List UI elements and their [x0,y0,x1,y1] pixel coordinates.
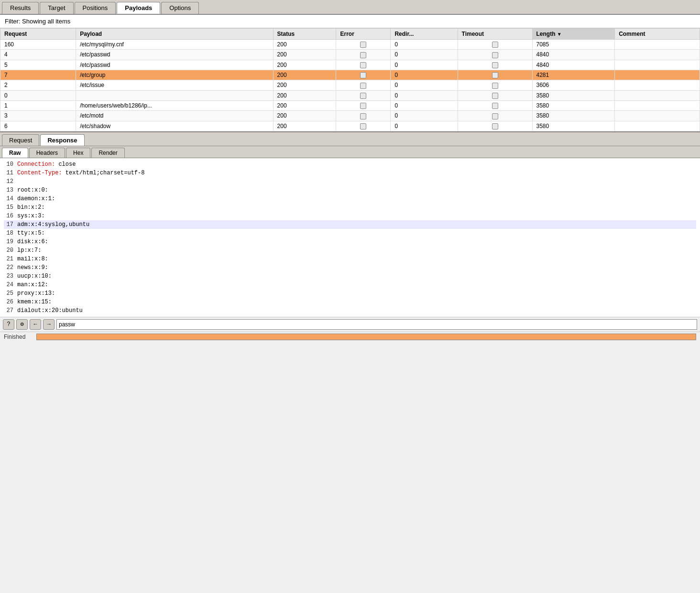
line-number: 26 [4,298,17,306]
table-row[interactable]: 020003580 [0,90,700,100]
line-number: 17 [4,220,17,229]
req-resp-tabs: Request Response [0,132,700,146]
filter-text: Filter: Showing all items [5,18,70,25]
timeout-checkbox[interactable] [492,83,498,89]
line-number: 21 [4,255,17,263]
table-row[interactable]: 1/home/users/web/b1286/ip...20003580 [0,100,700,110]
forward-icon: → [47,321,50,328]
tab-raw[interactable]: Raw [2,148,28,158]
tab-results[interactable]: Results [2,2,39,14]
timeout-checkbox[interactable] [492,103,498,109]
col-comment[interactable]: Comment [615,29,700,40]
col-redir[interactable]: Redir... [391,29,458,40]
help-button[interactable]: ? [3,319,14,330]
search-input[interactable] [56,319,697,330]
progress-bar-container [36,334,696,340]
table-body: 160/etc/mysql/my.cnf200070854/etc/passwd… [0,40,700,131]
back-button[interactable]: ← [30,319,41,330]
code-line: 27dialout:x:20:ubuntu [4,306,696,315]
line-number: 11 [4,169,17,177]
error-checkbox[interactable] [360,103,366,109]
timeout-checkbox[interactable] [492,113,498,119]
table-row[interactable]: 4/etc/passwd20004840 [0,50,700,60]
line-number: 22 [4,263,17,272]
line-text: Content-Type: text/html;charset=utf-8 [17,169,144,177]
timeout-checkbox[interactable] [492,93,498,99]
code-line: 11Content-Type: text/html;charset=utf-8 [4,169,696,177]
line-number: 16 [4,212,17,220]
code-line: 18tty:x:5: [4,229,696,237]
code-line: 26kmem:x:15: [4,298,696,306]
tab-target[interactable]: Target [40,2,73,14]
line-text: dialout:x:20:ubuntu [17,306,83,315]
col-timeout[interactable]: Timeout [458,29,532,40]
progress-bar-fill [37,334,696,340]
line-text: man:x:12: [17,280,48,289]
line-text: daemon:x:1: [17,194,55,203]
tab-positions[interactable]: Positions [75,2,116,14]
table-row[interactable]: 3/etc/motd20003580 [0,111,700,121]
table-row[interactable]: 7/etc/group20004281 [0,70,700,80]
help-icon: ? [7,321,10,328]
status-bar: Finished [0,332,700,342]
code-line: 19disk:x:6: [4,237,696,246]
table-row[interactable]: 2/etc/issue20003606 [0,80,700,90]
line-number: 15 [4,203,17,212]
status-text: Finished [4,334,33,340]
tab-hex[interactable]: Hex [66,148,90,158]
line-text: sys:x:3: [17,212,45,220]
timeout-checkbox[interactable] [492,123,498,129]
forward-button[interactable]: → [43,319,55,330]
code-line: 25proxy:x:13: [4,289,696,298]
line-number: 18 [4,229,17,237]
error-checkbox[interactable] [360,83,366,89]
error-checkbox[interactable] [360,72,366,78]
col-error[interactable]: Error [336,29,391,40]
line-text: tty:x:5: [17,229,45,237]
code-line: 24man:x:12: [4,280,696,289]
code-line: 22news:x:9: [4,263,696,272]
line-text: root:x:0: [17,186,48,194]
tab-headers[interactable]: Headers [29,148,65,158]
results-section: Request Payload Status Error Redir... Ti… [0,28,700,131]
table-row[interactable]: 6/etc/shadow20003580 [0,121,700,131]
settings-icon: ⚙ [20,321,23,328]
error-checkbox[interactable] [360,42,366,48]
error-checkbox[interactable] [360,123,366,129]
table-row[interactable]: 5/etc/passwd20004840 [0,60,700,70]
col-status[interactable]: Status [273,29,336,40]
line-text: proxy:x:13: [17,289,55,298]
tab-request[interactable]: Request [2,134,39,146]
timeout-checkbox[interactable] [492,72,498,78]
code-line: 15bin:x:2: [4,203,696,212]
error-checkbox[interactable] [360,62,366,68]
table-row[interactable]: 160/etc/mysql/my.cnf20007085 [0,40,700,50]
line-text: news:x:9: [17,263,48,272]
code-content: 10Connection: close11Content-Type: text/… [0,158,700,317]
tab-options[interactable]: Options [161,2,199,14]
raw-hex-tabs: Raw Headers Hex Render [0,146,700,158]
code-line: 14daemon:x:1: [4,194,696,203]
line-text: mail:x:8: [17,255,48,263]
settings-button[interactable]: ⚙ [16,319,28,330]
col-length[interactable]: Length ▼ [532,29,615,40]
line-text: uucp:x:10: [17,272,52,280]
bottom-toolbar: ? ⚙ ← → [0,317,700,332]
table-header-row: Request Payload Status Error Redir... Ti… [0,29,700,40]
tab-response[interactable]: Response [40,134,84,146]
error-checkbox[interactable] [360,93,366,99]
col-payload[interactable]: Payload [76,29,273,40]
col-request[interactable]: Request [0,29,76,40]
line-text: adm:x:4:syslog,ubuntu [17,220,89,229]
tab-payloads[interactable]: Payloads [117,2,160,14]
line-number: 24 [4,280,17,289]
error-checkbox[interactable] [360,52,366,58]
results-table: Request Payload Status Error Redir... Ti… [0,28,700,131]
error-checkbox[interactable] [360,113,366,119]
timeout-checkbox[interactable] [492,62,498,68]
top-tabs: Results Target Positions Payloads Option… [0,0,700,15]
timeout-checkbox[interactable] [492,42,498,48]
tab-render[interactable]: Render [91,148,124,158]
timeout-checkbox[interactable] [492,52,498,58]
code-line: 21mail:x:8: [4,255,696,263]
